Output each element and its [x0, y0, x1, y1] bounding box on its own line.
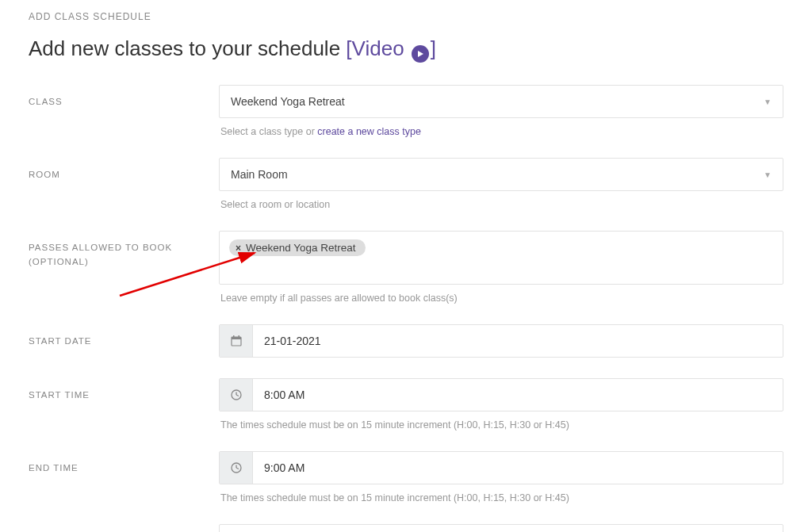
- label-instructor: INSTRUCTOR: [29, 524, 219, 532]
- label-passes: PASSES ALLOWED TO BOOK (OPTIONAL): [29, 231, 219, 270]
- play-icon: [412, 45, 429, 63]
- passes-helper: Leave empty if all passes are allowed to…: [220, 293, 783, 304]
- svg-rect-6: [238, 335, 239, 338]
- clock-icon: [220, 379, 253, 411]
- label-class: CLASS: [29, 85, 219, 109]
- row-class: CLASS Weekend Yoga Retreat ▼ Select a cl…: [29, 85, 783, 151]
- room-select-value: Main Room: [231, 168, 288, 181]
- clock-icon: [220, 452, 253, 484]
- label-end-time: END TIME: [29, 451, 219, 475]
- class-select-value: Weekend Yoga Retreat: [231, 95, 345, 108]
- room-select[interactable]: Main Room ▼: [219, 158, 783, 191]
- start-time-helper: The times schedule must be on 15 minute …: [220, 419, 783, 431]
- start-date-input[interactable]: 21-01-2021: [219, 324, 783, 358]
- page-title: Add new classes to your schedule [Video …: [29, 36, 783, 63]
- label-start-date: START DATE: [29, 324, 219, 348]
- chevron-down-icon: ▼: [764, 98, 772, 106]
- svg-rect-5: [233, 335, 235, 338]
- class-helper-text: Select a class type or: [220, 126, 317, 137]
- calendar-icon: [220, 325, 253, 357]
- class-select[interactable]: Weekend Yoga Retreat ▼: [219, 85, 783, 118]
- label-start-time: START TIME: [29, 378, 219, 402]
- label-room: ROOM: [29, 158, 219, 182]
- end-time-value: 9:00 AM: [253, 454, 316, 482]
- row-start-date: START DATE 21-01-2021: [29, 324, 783, 372]
- svg-rect-4: [232, 337, 241, 339]
- svg-line-12: [236, 468, 239, 469]
- start-time-value: 8:00 AM: [253, 381, 316, 409]
- pass-chip: × Weekend Yoga Retreat: [229, 239, 366, 256]
- row-end-time: END TIME 9:00 AM The times schedule must…: [29, 451, 783, 518]
- svg-marker-0: [418, 51, 423, 57]
- instructor-select[interactable]: Jason Smith ▼: [219, 524, 783, 532]
- row-room: ROOM Main Room ▼ Select a room or locati…: [29, 158, 783, 224]
- passes-input[interactable]: × Weekend Yoga Retreat: [219, 231, 783, 285]
- room-helper: Select a room or location: [220, 199, 783, 210]
- start-time-input[interactable]: 8:00 AM: [219, 378, 783, 411]
- chip-remove-icon[interactable]: ×: [236, 243, 241, 254]
- create-class-type-link[interactable]: create a new class type: [317, 126, 421, 137]
- end-time-helper: The times schedule must be on 15 minute …: [220, 492, 783, 503]
- row-start-time: START TIME 8:00 AM The times schedule mu…: [29, 378, 783, 445]
- video-suffix: ]: [431, 36, 436, 60]
- svg-line-9: [236, 395, 239, 396]
- video-prefix: [Video: [346, 36, 409, 60]
- class-helper: Select a class type or create a new clas…: [220, 126, 783, 137]
- video-help-link[interactable]: [Video ]: [346, 36, 436, 60]
- row-passes: PASSES ALLOWED TO BOOK (OPTIONAL) × Week…: [29, 231, 783, 318]
- start-date-value: 21-01-2021: [253, 327, 332, 355]
- end-time-input[interactable]: 9:00 AM: [219, 451, 783, 484]
- chevron-down-icon: ▼: [764, 170, 772, 179]
- chip-label: Weekend Yoga Retreat: [246, 242, 356, 254]
- title-text: Add new classes to your schedule: [29, 36, 346, 60]
- breadcrumb: ADD CLASS SCHEDULE: [29, 11, 783, 22]
- row-instructor: INSTRUCTOR Jason Smith ▼: [29, 524, 783, 532]
